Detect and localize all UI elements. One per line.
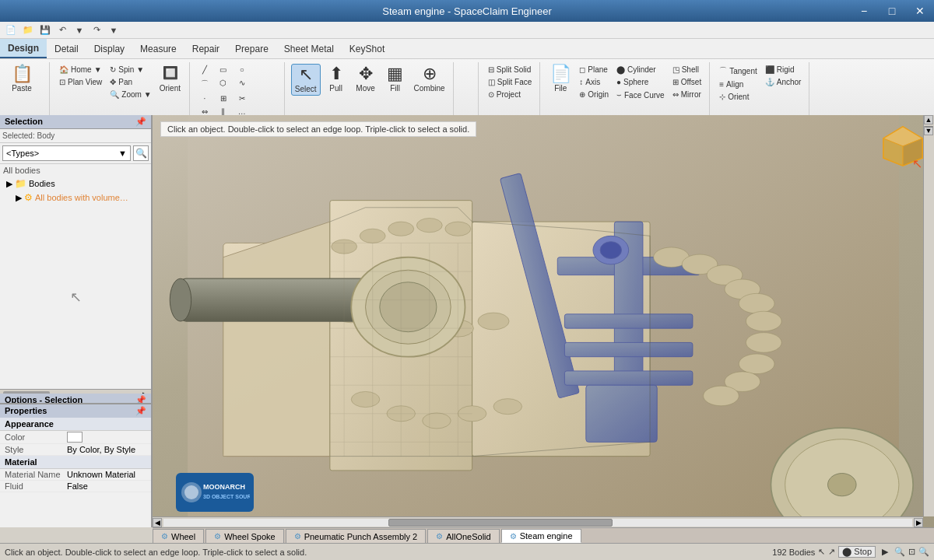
- anchor-button[interactable]: ⚓ Anchor: [762, 76, 805, 88]
- model-area[interactable]: ↖ MOONARCH 3D OBJECT SOURCE ◀ ▶: [153, 115, 934, 527]
- status-zoom-slider[interactable]: 🔍: [918, 547, 929, 557]
- style-row: Style By Color, By Style: [0, 444, 151, 456]
- axis-button[interactable]: ↕ Axis: [576, 76, 612, 88]
- shell-button[interactable]: ◳ Shell: [669, 64, 705, 75]
- mirror-label: Mirror: [681, 90, 701, 99]
- status-zoom-in[interactable]: 🔍: [894, 547, 905, 557]
- combine-button[interactable]: ⊕ Combine: [411, 64, 448, 94]
- minimize-button[interactable]: −: [850, 0, 878, 22]
- align-button[interactable]: ≡ Align: [716, 79, 760, 90]
- sketch-line-btn[interactable]: ╱: [196, 64, 213, 75]
- h-scrollbar[interactable]: ◀ ▶: [153, 516, 923, 527]
- menu-design[interactable]: Design: [0, 39, 47, 58]
- spin-button[interactable]: ↻ Spin ▼: [107, 64, 154, 75]
- tab-allonesolid[interactable]: ⚙ AllOneSolid: [427, 529, 499, 543]
- sphere-button[interactable]: ● Sphere: [613, 76, 668, 88]
- home-label: Home: [71, 65, 92, 74]
- qa-new-button[interactable]: 📄: [3, 23, 19, 37]
- pan-label: Pan: [118, 78, 132, 86]
- tab-pneumatic[interactable]: ⚙ Pneumatic Punch Assembly 2: [286, 529, 427, 543]
- plane-button[interactable]: ◻ Plane: [576, 64, 612, 75]
- sketch-spline-btn[interactable]: ∿: [234, 77, 251, 91]
- menu-sheetmetal[interactable]: Sheet Metal: [276, 39, 342, 58]
- tangent-button[interactable]: ⌒ Tangent: [716, 64, 760, 78]
- menu-prepare[interactable]: Prepare: [227, 39, 276, 58]
- sketch-arc-btn[interactable]: ⌒: [196, 77, 213, 91]
- status-stop-button[interactable]: ⬤ Stop: [838, 546, 876, 558]
- project-button[interactable]: ⊙ Project: [485, 89, 535, 100]
- panel-pin-icon[interactable]: 📌: [135, 117, 146, 127]
- origin-label: Origin: [588, 90, 609, 99]
- tab-steamengine[interactable]: ⚙ Steam engine: [501, 529, 581, 543]
- menu-repair[interactable]: Repair: [184, 39, 227, 58]
- h-scroll-track[interactable]: [163, 519, 912, 527]
- split-solid-button[interactable]: ⊟ Split Solid: [485, 64, 535, 75]
- mirror-button[interactable]: ⇔ Mirror: [669, 89, 705, 100]
- maximize-button[interactable]: □: [878, 0, 906, 22]
- svg-text:3D OBJECT SOURCE: 3D OBJECT SOURCE: [203, 494, 250, 499]
- svg-point-35: [380, 282, 437, 332]
- orient-label-btn[interactable]: Orient: [156, 82, 184, 94]
- face-curve-button[interactable]: ⌣ Face Curve: [613, 89, 668, 101]
- fill-label: Fill: [390, 84, 400, 93]
- sketch-offset-btn[interactable]: ⊞: [215, 93, 232, 104]
- orient-3d-button[interactable]: 🔲: [156, 64, 184, 82]
- rigid-button[interactable]: ⬛ Rigid: [762, 64, 805, 75]
- v-scrollbar[interactable]: ▲ ▼: [923, 115, 934, 516]
- viewport[interactable]: Click an object. Double-click to select …: [153, 115, 934, 527]
- qa-undo-dropdown[interactable]: ▼: [72, 23, 87, 37]
- clipboard-paste-button[interactable]: 📋 Paste: [8, 64, 36, 94]
- menu-display[interactable]: Display: [86, 39, 132, 58]
- svg-rect-9: [564, 314, 692, 328]
- axis-label: Axis: [585, 78, 600, 86]
- split-face-button[interactable]: ◫ Split Face: [485, 76, 535, 88]
- sketch-rect-btn[interactable]: ▭: [215, 64, 232, 75]
- qa-undo-button[interactable]: ↶: [54, 23, 70, 37]
- home-button[interactable]: 🏠 Home ▼: [56, 64, 105, 75]
- file-button[interactable]: 📄 File: [546, 64, 574, 94]
- sketch-point-btn[interactable]: ·: [196, 93, 213, 104]
- type-filter-dropdown[interactable]: <Types> ▼: [2, 145, 131, 161]
- model-svg: [153, 115, 934, 527]
- plane-icon: ◻: [579, 65, 585, 74]
- qa-redo-button[interactable]: ↷: [89, 23, 104, 37]
- close-button[interactable]: ✕: [906, 0, 934, 22]
- orient-asm-button[interactable]: ⊹ Orient: [716, 91, 760, 103]
- sketch-poly-btn[interactable]: ⬡: [215, 77, 232, 91]
- qa-save-button[interactable]: 💾: [37, 23, 53, 37]
- offset-icon: ⊞: [672, 78, 679, 86]
- origin-button[interactable]: ⊕ Origin: [576, 89, 612, 100]
- qa-customize-button[interactable]: ▼: [106, 23, 121, 37]
- color-swatch[interactable]: [67, 432, 83, 443]
- h-scroll-left[interactable]: ◀: [153, 518, 162, 527]
- offset-button[interactable]: ⊞ Offset: [669, 76, 705, 88]
- tree-bodies-item[interactable]: ▶ 📁 Bodies: [0, 177, 151, 191]
- status-more-btn[interactable]: ▶: [879, 547, 891, 557]
- navigation-cube[interactable]: ↖: [880, 123, 926, 170]
- tree-filter-item[interactable]: ▶ ⚙ All bodies with volume <= 68.2...: [0, 191, 151, 205]
- sketch-circle-btn[interactable]: ○: [234, 64, 251, 75]
- h-scroll-thumb[interactable]: [388, 519, 613, 527]
- search-button[interactable]: 🔍: [133, 145, 149, 161]
- move-button[interactable]: ✥ Move: [352, 64, 380, 94]
- select-button[interactable]: ↖ Select: [291, 64, 321, 96]
- tab-wheel[interactable]: ⚙ Wheel: [153, 529, 204, 543]
- menu-measure[interactable]: Measure: [132, 39, 184, 58]
- sketch-trim-btn[interactable]: ✂: [234, 93, 251, 104]
- app-title: Steam engine - SpaceClaim Engineer: [382, 5, 552, 17]
- fluid-row: Fluid False: [0, 481, 151, 492]
- menu-keyshot[interactable]: KeyShot: [342, 39, 392, 58]
- planview-button[interactable]: ⊡ Plan View: [56, 76, 105, 88]
- qa-open-button[interactable]: 📁: [20, 23, 36, 37]
- pull-button[interactable]: ⬆ Pull: [322, 64, 350, 94]
- pan-button[interactable]: ✥ Pan: [107, 76, 154, 88]
- fill-button[interactable]: ▦ Fill: [381, 64, 409, 94]
- menu-detail[interactable]: Detail: [47, 39, 86, 58]
- cursor-icon: ↖: [70, 289, 82, 306]
- zoom-button[interactable]: 🔍 Zoom ▼: [107, 89, 154, 100]
- status-fit-btn[interactable]: ⊡: [908, 547, 915, 557]
- cylinder-button[interactable]: ⬤ Cylinder: [613, 64, 668, 75]
- h-scroll-right[interactable]: ▶: [914, 518, 923, 527]
- tab-wheel-spoke[interactable]: ⚙ Wheel Spoke: [205, 529, 283, 543]
- properties-pin-icon[interactable]: 📌: [135, 406, 146, 416]
